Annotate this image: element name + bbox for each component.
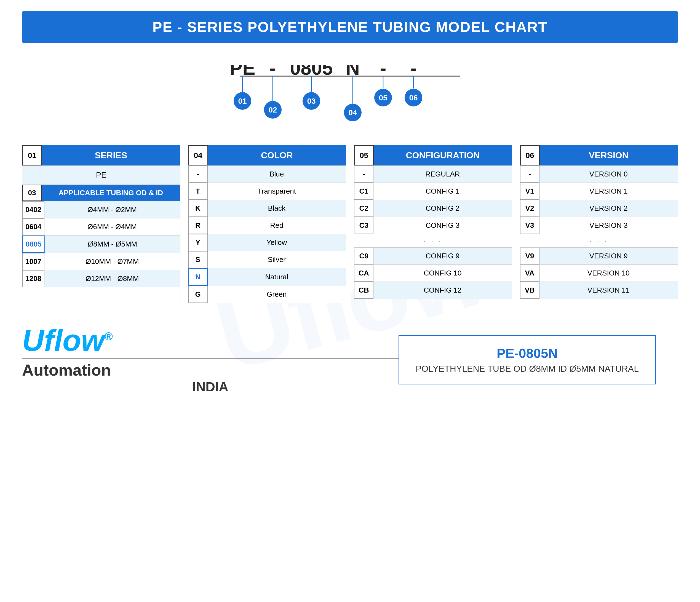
result-code: PE-0805N: [416, 346, 639, 361]
table-row: R Red: [189, 217, 346, 234]
cell-code: -: [354, 166, 373, 182]
svg-text:01: 01: [238, 97, 247, 105]
cell-code: K: [189, 200, 208, 217]
tubing-num: 03: [22, 185, 42, 201]
cell-value: Black: [208, 200, 346, 217]
dots-row: · · ·: [520, 234, 678, 247]
header-bar: PE - SERIES POLYETHYLENE TUBING MODEL CH…: [22, 11, 678, 43]
table-row: V2 VERSION 2: [520, 200, 678, 217]
result-desc: POLYETHYLENE TUBE OD Ø8MM ID Ø5MM NATURA…: [416, 364, 639, 374]
cell-value: Green: [208, 286, 346, 303]
color-num: 04: [189, 145, 208, 166]
cell-value: Ø10MM - Ø7MM: [44, 253, 180, 270]
cell-value: VERSION 9: [540, 248, 678, 265]
table-row: CB CONFIG 12: [354, 281, 512, 299]
cell-value: CONFIG 2: [373, 200, 512, 217]
table-row: Y Yellow: [189, 234, 346, 251]
cell-code: CA: [354, 265, 373, 281]
cell-value: CONFIG 3: [373, 217, 512, 234]
color-header: 04 COLOR: [189, 145, 346, 166]
logo-automation: Automation: [22, 358, 399, 379]
table-row: C2 CONFIG 2: [354, 200, 512, 217]
config-header: 05 CONFIGURATION: [354, 145, 512, 166]
cell-value: Yellow: [208, 234, 346, 251]
cell-code: V1: [520, 183, 540, 200]
table-row: T Transparent: [189, 182, 346, 200]
table-row: 0604 Ø6MM - Ø4MM: [22, 218, 180, 235]
table-row: C9 CONFIG 9: [354, 247, 512, 265]
cell-code: C9: [354, 248, 373, 265]
logo-uflow: Uflow®: [22, 325, 399, 355]
cell-code: 0402: [22, 201, 44, 218]
cell-value: CONFIG 12: [373, 282, 512, 299]
cell-value: VERSION 2: [540, 200, 678, 217]
svg-text:06: 06: [409, 94, 418, 102]
table-row: S Silver: [189, 251, 346, 268]
version-num: 06: [520, 145, 540, 166]
dots-row: · · ·: [354, 234, 512, 247]
config-title: CONFIGURATION: [374, 145, 511, 166]
color-title: COLOR: [208, 145, 346, 166]
cell-code: 0604: [22, 219, 44, 235]
model-diagram: PE - 0805 N - - 01 02 03: [0, 65, 700, 126]
cell-code: V9: [520, 248, 540, 265]
cell-value: Ø4MM - Ø2MM: [44, 201, 180, 218]
table-row: CA CONFIG 10: [354, 265, 512, 281]
table-row: VB VERSION 11: [520, 281, 678, 299]
cell-code: -: [520, 166, 540, 182]
cell-code-highlighted: 0805: [22, 235, 45, 253]
cell-code: G: [189, 286, 208, 303]
tubing-header: 03 APPLICABLE TUBING OD & ID: [22, 184, 180, 201]
cell-value: REGULAR: [373, 166, 512, 182]
config-num: 05: [354, 145, 374, 166]
footer: Uflow® Automation INDIA PE-0805N POLYETH…: [22, 325, 678, 394]
cell-value: CONFIG 10: [373, 265, 512, 281]
table-row: - Blue: [189, 166, 346, 182]
cell-value: Ø12MM - Ø8MM: [44, 270, 180, 287]
cell-value: VERSION 11: [540, 282, 678, 299]
table-row: 1208 Ø12MM - Ø8MM: [22, 270, 180, 287]
cell-value: Ø6MM - Ø4MM: [44, 219, 180, 235]
svg-text:02: 02: [268, 106, 277, 114]
cell-code: CB: [354, 282, 373, 299]
table-row: V3 VERSION 3: [520, 217, 678, 234]
cell-value: VERSION 0: [540, 166, 678, 182]
cell-value: Silver: [208, 251, 346, 268]
table-row: V1 VERSION 1: [520, 182, 678, 200]
main-tables: 01 SERIES PE 03 APPLICABLE TUBING OD & I…: [22, 142, 678, 303]
cell-value: CONFIG 1: [373, 183, 512, 200]
table-row: C3 CONFIG 3: [354, 217, 512, 234]
cell-value: VERSION 1: [540, 183, 678, 200]
color-section: 04 COLOR - Blue T Transparent K Black R …: [188, 145, 346, 303]
registered-symbol: ®: [104, 330, 112, 343]
table-row: C1 CONFIG 1: [354, 182, 512, 200]
cell-code: C2: [354, 200, 373, 217]
svg-text:03: 03: [307, 97, 316, 105]
logo-india: INDIA: [22, 379, 399, 394]
cell-value: Natural: [208, 268, 346, 286]
cell-code: T: [189, 183, 208, 200]
cell-code: 1007: [22, 253, 44, 270]
svg-text:05: 05: [379, 94, 387, 102]
table-row: 0805 Ø8MM - Ø5MM: [22, 235, 180, 253]
cell-code: C3: [354, 217, 373, 234]
cell-code: Y: [189, 234, 208, 251]
cell-value: VERSION 10: [540, 265, 678, 281]
cell-value: CONFIG 9: [373, 248, 512, 265]
cell-code: R: [189, 217, 208, 234]
cell-code: V2: [520, 200, 540, 217]
page-title: PE - SERIES POLYETHYLENE TUBING MODEL CH…: [22, 19, 678, 35]
cell-value: Transparent: [208, 183, 346, 200]
logo-u: U: [22, 323, 44, 357]
table-row: V9 VERSION 9: [520, 247, 678, 265]
config-section: 05 CONFIGURATION - REGULAR C1 CONFIG 1 C…: [354, 145, 512, 303]
cell-value: Ø8MM - Ø5MM: [45, 235, 180, 253]
cell-code: VA: [520, 265, 540, 281]
table-row: K Black: [189, 200, 346, 217]
cell-code: 1208: [22, 270, 44, 287]
cell-value: VERSION 3: [540, 217, 678, 234]
svg-text:04: 04: [348, 108, 357, 117]
series-section: 01 SERIES PE 03 APPLICABLE TUBING OD & I…: [22, 145, 180, 303]
model-diagram-svg: PE - 0805 N - - 01 02 03: [212, 65, 488, 126]
table-row: N Natural: [189, 268, 346, 286]
